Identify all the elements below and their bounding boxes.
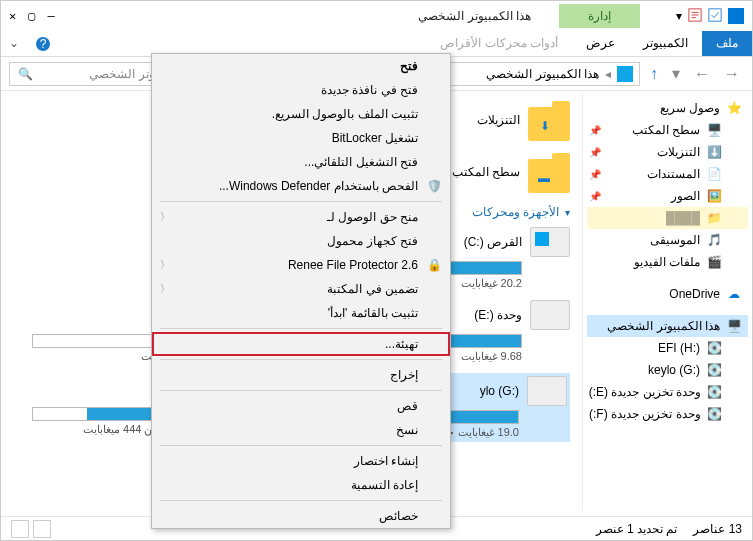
ctx-bitlocker[interactable]: تشغيل BitLocker (152, 126, 450, 150)
chevron-down-icon: ▾ (565, 207, 570, 218)
navpane-documents[interactable]: 📄المستندات📌 (587, 163, 748, 185)
ctx-defender[interactable]: 🛡️الفحص باستخدام Windows Defender... (152, 174, 450, 198)
navpane-desktop[interactable]: 🖥️سطح المكتب📌 (587, 119, 748, 141)
ctx-cut[interactable]: قص (152, 394, 450, 418)
view-large-icon[interactable] (11, 520, 29, 538)
submenu-arrow-icon: 〈 (160, 210, 170, 224)
tab-file[interactable]: ملف (702, 31, 752, 56)
navpane-music[interactable]: 🎵الموسيقى (587, 229, 748, 251)
star-icon: ⭐ (726, 100, 742, 116)
ctx-format[interactable]: تهيئة... (152, 332, 450, 356)
ctx-include-library[interactable]: تضمين في المكتبة〈 (152, 277, 450, 301)
shield-icon: 🛡️ (426, 178, 442, 194)
drive-icon: 💽 (706, 362, 722, 378)
folder-icon: 📁 (706, 210, 722, 226)
up-button[interactable]: ↑ (646, 65, 662, 83)
window-title: هذا الكمبيوتر الشخصي (418, 9, 531, 23)
submenu-arrow-icon: 〈 (160, 282, 170, 296)
ctx-create-shortcut[interactable]: إنشاء اختصار (152, 449, 450, 473)
manage-contextual-tab[interactable]: إدارة (559, 4, 640, 28)
navpane-downloads[interactable]: ⬇️التنزيلات📌 (587, 141, 748, 163)
search-icon: 🔍 (18, 67, 33, 81)
minimize-icon[interactable]: — (47, 9, 54, 23)
download-icon: ⬇️ (706, 144, 722, 160)
ctx-pin-start[interactable]: تثبيت بالقائمة 'ابدأ' (152, 301, 450, 325)
navigation-pane: ⭐وصول سريع 🖥️سطح المكتب📌 ⬇️التنزيلات📌 📄ا… (582, 91, 752, 511)
drive-icon: 💽 (706, 340, 722, 356)
ctx-renee-protector[interactable]: 🔒Renee File Protector 2.6〈 (152, 253, 450, 277)
submenu-arrow-icon: 〈 (160, 258, 170, 272)
ctx-pin-quick-access[interactable]: تثبيت الملف بالوصول السريع. (152, 102, 450, 126)
back-button[interactable]: → (720, 65, 744, 83)
ctx-eject[interactable]: إخراج (152, 363, 450, 387)
maximize-icon[interactable]: ▢ (28, 9, 35, 23)
document-icon: 📄 (706, 166, 722, 182)
navpane-onedrive[interactable]: ☁OneDrive (587, 283, 748, 305)
drive-icon: 💽 (707, 384, 722, 400)
pc-icon: 🖥️ (726, 318, 742, 334)
navpane-drive-keylo[interactable]: 💽keylo (G:) (587, 359, 748, 381)
navpane-redacted[interactable]: 📁████ (587, 207, 748, 229)
desktop-icon: 🖥️ (706, 122, 722, 138)
recent-dropdown[interactable]: ▾ (668, 64, 684, 83)
ctx-open-new-window[interactable]: فتح في نافذة جديدة (152, 78, 450, 102)
help-icon[interactable]: ? (35, 31, 51, 56)
breadcrumb[interactable]: هذا الكمبيوتر الشخصي (486, 67, 599, 81)
pc-icon (617, 66, 633, 82)
navpane-this-pc[interactable]: 🖥️هذا الكمبيوتر الشخصي (587, 315, 748, 337)
tab-view[interactable]: عرض (572, 31, 629, 56)
close-icon[interactable]: ✕ (9, 9, 16, 23)
navpane-drive-new-f[interactable]: 💽وحدة تخزين جديدة (F:) (587, 403, 748, 425)
expand-ribbon-icon[interactable]: ⌄ (1, 31, 27, 56)
drive-icon (530, 227, 570, 257)
forward-button[interactable]: ← (690, 65, 714, 83)
qat-dropdown-icon[interactable]: ▾ (676, 9, 682, 23)
context-menu: فتح فتح في نافذة جديدة تثبيت الملف بالوص… (151, 53, 451, 529)
ctx-properties[interactable]: خصائص (152, 504, 450, 528)
ctx-rename[interactable]: إعادة التسمية (152, 473, 450, 497)
music-icon: 🎵 (706, 232, 722, 248)
ctx-autoplay[interactable]: فتح التشغيل التلقائي... (152, 150, 450, 174)
drive-icon (530, 300, 570, 330)
status-selected-count: تم تحديد 1 عنصر (596, 522, 678, 536)
pin-icon: 📌 (589, 191, 601, 202)
svg-rect-1 (709, 8, 721, 20)
drive-icon (527, 376, 567, 406)
navpane-quick-access[interactable]: ⭐وصول سريع (587, 97, 748, 119)
pin-icon: 📌 (589, 147, 601, 158)
titlebar: ✕ ▢ — هذا الكمبيوتر الشخصي إدارة ▾ (1, 1, 752, 31)
lock-icon: 🔒 (426, 257, 442, 273)
navpane-videos[interactable]: 🎬ملفات الفيديو (587, 251, 748, 273)
ctx-give-access[interactable]: منح حق الوصول لـ〈 (152, 205, 450, 229)
navpane-pictures[interactable]: 🖼️الصور📌 (587, 185, 748, 207)
drive-icon: 💽 (707, 406, 722, 422)
svg-text:?: ? (40, 37, 47, 51)
explorer-icon (728, 8, 744, 24)
quick-access-toolbar: ▾ (676, 8, 744, 25)
navpane-drive-new-e[interactable]: 💽وحدة تخزين جديدة (E:) (587, 381, 748, 403)
cloud-icon: ☁ (726, 286, 742, 302)
pin-icon: 📌 (589, 125, 601, 136)
view-details-icon[interactable] (33, 520, 51, 538)
ctx-open[interactable]: فتح (152, 54, 450, 78)
checkbox-icon[interactable] (708, 8, 722, 25)
tab-computer[interactable]: الكمبيوتر (629, 31, 702, 56)
video-icon: 🎬 (706, 254, 722, 270)
status-item-count: 13 عناصر (693, 522, 742, 536)
pin-icon: 📌 (589, 169, 601, 180)
navpane-drive-efi[interactable]: 💽EFI (H:) (587, 337, 748, 359)
ctx-copy[interactable]: نسخ (152, 418, 450, 442)
pictures-icon: 🖼️ (706, 188, 722, 204)
properties-icon[interactable] (688, 8, 702, 25)
ctx-open-portable[interactable]: فتح كجهاز محمول (152, 229, 450, 253)
